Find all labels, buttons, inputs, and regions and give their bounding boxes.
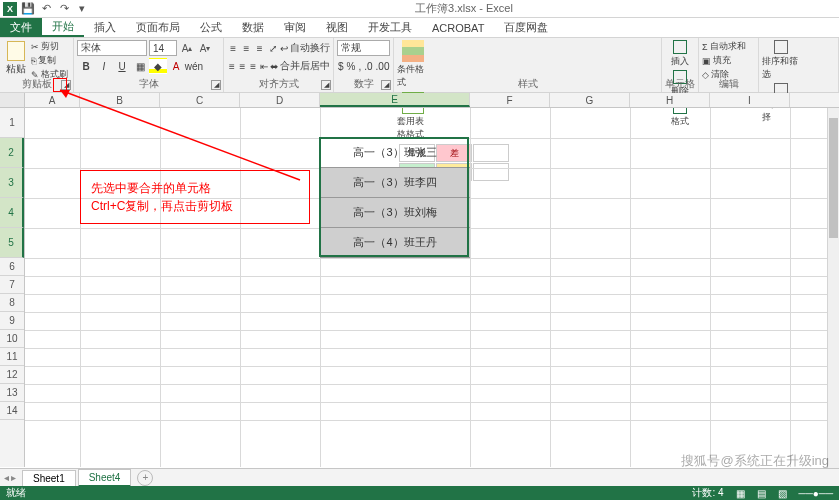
row-header-6[interactable]: 6	[0, 258, 24, 276]
row-header-12[interactable]: 12	[0, 366, 24, 384]
row-header-5[interactable]: 5	[0, 228, 24, 258]
shrink-font-button[interactable]: A▾	[197, 40, 213, 56]
col-header-I[interactable]: I	[710, 93, 790, 107]
wrap-text-button[interactable]: ↩自动换行	[280, 40, 330, 56]
select-all-corner[interactable]	[0, 93, 25, 107]
fill-color-button[interactable]: ◆	[149, 58, 167, 74]
zoom-slider[interactable]: ──●──	[799, 488, 833, 499]
redo-icon[interactable]: ↷	[57, 2, 71, 16]
align-center[interactable]: ≡	[238, 58, 248, 74]
sheet-tab-bar: ◂▸ Sheet1 Sheet4 +	[0, 468, 839, 486]
row-header-11[interactable]: 11	[0, 348, 24, 366]
annotation-textbox: 先选中要合并的单元格 Ctrl+C复制，再点击剪切板	[80, 170, 310, 224]
border-button[interactable]: ▦	[131, 58, 149, 74]
paste-button[interactable]: 粘贴	[3, 40, 29, 76]
cell-E2[interactable]: 高一（3）班张三	[320, 138, 470, 168]
copy-button[interactable]: ⎘复制	[31, 54, 68, 67]
phonetic-button[interactable]: wén	[185, 58, 203, 74]
font-size-combo[interactable]: 14	[149, 40, 177, 56]
row-header-4[interactable]: 4	[0, 198, 24, 228]
sheet-tab-1[interactable]: Sheet1	[22, 470, 76, 486]
align-middle[interactable]: ≡	[240, 40, 252, 56]
cut-button[interactable]: ✂剪切	[31, 40, 68, 53]
tab-file[interactable]: 文件	[0, 18, 42, 37]
col-header-A[interactable]: A	[25, 93, 80, 107]
tab-acrobat[interactable]: ACROBAT	[422, 18, 494, 37]
tab-review[interactable]: 审阅	[274, 18, 316, 37]
align-left[interactable]: ≡	[227, 58, 237, 74]
orientation[interactable]: ⤢	[267, 40, 279, 56]
sheet-tab-4[interactable]: Sheet4	[78, 469, 132, 487]
annotation-line1: 先选中要合并的单元格	[91, 179, 299, 197]
row-header-2[interactable]: 2	[0, 138, 24, 168]
spreadsheet-grid[interactable]: ABCDEFGHI 1234567891011121314 高一（3）班张三高一…	[0, 93, 839, 467]
italic-button[interactable]: I	[95, 58, 113, 74]
row-header-7[interactable]: 7	[0, 276, 24, 294]
align-right[interactable]: ≡	[248, 58, 258, 74]
scrollbar-thumb[interactable]	[829, 118, 838, 238]
col-header-D[interactable]: D	[240, 93, 320, 107]
row-headers[interactable]: 1234567891011121314	[0, 108, 25, 467]
view-page-icon[interactable]: ▤	[757, 488, 766, 499]
tab-formula[interactable]: 公式	[190, 18, 232, 37]
alignment-dialog-launcher[interactable]: ◢	[321, 80, 331, 90]
row-header-14[interactable]: 14	[0, 402, 24, 420]
underline-button[interactable]: U	[113, 58, 131, 74]
column-headers[interactable]: ABCDEFGHI	[0, 93, 839, 108]
comma-button[interactable]: ,	[357, 58, 362, 74]
align-top[interactable]: ≡	[227, 40, 239, 56]
row-header-8[interactable]: 8	[0, 294, 24, 312]
status-bar: 就绪 计数: 4 ▦ ▤ ▧ ──●──	[0, 486, 839, 500]
number-format-combo[interactable]: 常规	[337, 40, 390, 56]
col-header-E[interactable]: E	[320, 93, 470, 107]
row-header-9[interactable]: 9	[0, 312, 24, 330]
grow-font-button[interactable]: A▴	[179, 40, 195, 56]
cells-area[interactable]: 高一（3）班张三高一（3）班李四高一（3）班刘梅高一（4）班王丹	[25, 108, 839, 467]
indent-dec[interactable]: ⇤	[259, 58, 269, 74]
font-dialog-launcher[interactable]: ◢	[211, 80, 221, 90]
add-sheet-button[interactable]: +	[137, 470, 153, 486]
row-header-3[interactable]: 3	[0, 168, 24, 198]
sort-filter-button[interactable]: 排序和筛选	[762, 40, 800, 81]
currency-button[interactable]: $	[337, 58, 345, 74]
col-header-G[interactable]: G	[550, 93, 630, 107]
fill-button[interactable]: ▣填充	[702, 54, 755, 67]
tab-layout[interactable]: 页面布局	[126, 18, 190, 37]
view-break-icon[interactable]: ▧	[778, 488, 787, 499]
dec-decimal[interactable]: .00	[375, 58, 391, 74]
bold-button[interactable]: B	[77, 58, 95, 74]
col-header-H[interactable]: H	[630, 93, 710, 107]
cell-E4[interactable]: 高一（3）班刘梅	[320, 198, 470, 228]
qat-dropdown-icon[interactable]: ▾	[75, 2, 89, 16]
row-header-13[interactable]: 13	[0, 384, 24, 402]
row-header-10[interactable]: 10	[0, 330, 24, 348]
col-header-F[interactable]: F	[470, 93, 550, 107]
cell-E5[interactable]: 高一（4）班王丹	[320, 228, 470, 258]
title-bar: X 💾 ↶ ↷ ▾ 工作簿3.xlsx - Excel	[0, 0, 839, 18]
col-header-C[interactable]: C	[160, 93, 240, 107]
align-bottom[interactable]: ≡	[254, 40, 266, 56]
cell-E3[interactable]: 高一（3）班李四	[320, 168, 470, 198]
annotation-highlight-box	[53, 78, 67, 92]
percent-button[interactable]: %	[346, 58, 357, 74]
tab-insert[interactable]: 插入	[84, 18, 126, 37]
autosum-button[interactable]: Σ自动求和	[702, 40, 755, 53]
merge-center-button[interactable]: ⬌合并后居中	[270, 58, 330, 74]
font-name-combo[interactable]: 宋体	[77, 40, 147, 56]
tab-data[interactable]: 数据	[232, 18, 274, 37]
tab-view[interactable]: 视图	[316, 18, 358, 37]
tab-baidu[interactable]: 百度网盘	[494, 18, 558, 37]
vertical-scrollbar[interactable]	[827, 108, 839, 468]
row-header-1[interactable]: 1	[0, 108, 24, 138]
insert-cell-button[interactable]: 插入	[665, 40, 695, 68]
col-header-B[interactable]: B	[80, 93, 160, 107]
number-dialog-launcher[interactable]: ◢	[381, 80, 391, 90]
sheet-nav[interactable]: ◂▸	[0, 472, 20, 483]
undo-icon[interactable]: ↶	[39, 2, 53, 16]
font-color-button[interactable]: A	[167, 58, 185, 74]
tab-dev[interactable]: 开发工具	[358, 18, 422, 37]
inc-decimal[interactable]: .0	[363, 58, 373, 74]
view-normal-icon[interactable]: ▦	[736, 488, 745, 499]
save-icon[interactable]: 💾	[21, 2, 35, 16]
tab-home[interactable]: 开始	[42, 18, 84, 37]
